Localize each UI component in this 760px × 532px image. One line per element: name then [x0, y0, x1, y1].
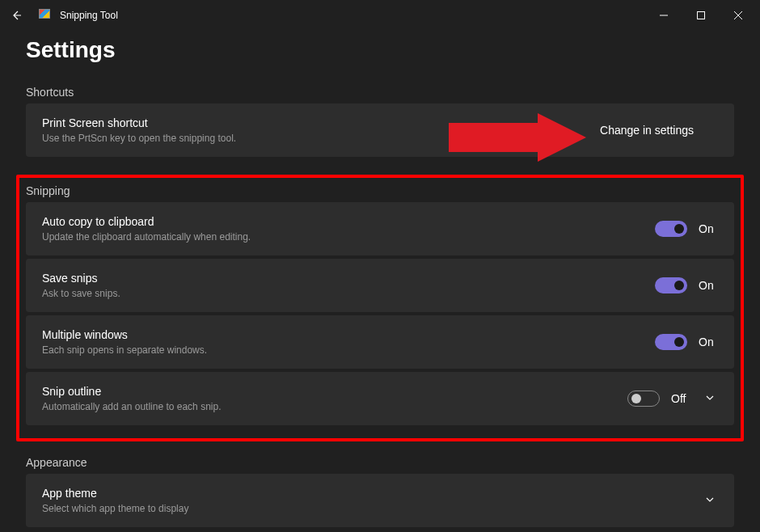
minimize-button[interactable] — [645, 2, 682, 28]
shortcuts-section-label: Shortcuts — [26, 86, 734, 99]
setting-action: On — [655, 221, 718, 237]
toggle-knob — [674, 224, 684, 234]
expand-button[interactable] — [702, 389, 718, 408]
arrow-left-icon — [10, 9, 23, 22]
expand-button[interactable] — [702, 491, 718, 510]
content-area: Settings Shortcuts Print Screen shortcut… — [0, 31, 760, 527]
setting-action: Change in settings — [600, 124, 718, 137]
multiple-windows-card: Multiple windows Each snip opens in sepa… — [26, 315, 734, 369]
snipping-section-label: Snipping — [26, 184, 734, 197]
toggle-state-label: On — [699, 279, 718, 292]
toggle-state-label: Off — [671, 392, 690, 405]
save-snips-toggle[interactable] — [655, 277, 687, 293]
toggle-state-label: On — [699, 336, 718, 348]
setting-title: Save snips — [42, 272, 120, 285]
setting-desc: Use the PrtScn key to open the snipping … — [42, 133, 236, 144]
setting-desc: Select which app theme to display — [42, 503, 188, 514]
setting-text: Multiple windows Each snip opens in sepa… — [42, 328, 207, 356]
setting-text: Auto copy to clipboard Update the clipbo… — [42, 215, 251, 243]
app-icon — [39, 9, 52, 22]
setting-action: On — [655, 277, 718, 293]
toggle-knob — [631, 394, 641, 403]
setting-title: App theme — [42, 487, 188, 500]
setting-action — [702, 491, 718, 510]
maximize-button[interactable] — [682, 2, 720, 28]
maximize-icon — [697, 11, 705, 19]
setting-desc: Ask to save snips. — [42, 288, 120, 299]
titlebar: Snipping Tool — [0, 0, 760, 31]
setting-text: App theme Select which app theme to disp… — [42, 487, 188, 514]
setting-desc: Update the clipboard automatically when … — [42, 231, 251, 243]
setting-title: Auto copy to clipboard — [42, 215, 251, 228]
setting-text: Save snips Ask to save snips. — [42, 272, 120, 299]
save-snips-card: Save snips Ask to save snips. On — [26, 259, 734, 312]
multiple-windows-toggle[interactable] — [655, 334, 687, 350]
toggle-knob — [674, 281, 684, 290]
setting-title: Multiple windows — [42, 328, 207, 341]
app-theme-card[interactable]: App theme Select which app theme to disp… — [26, 474, 734, 527]
setting-title: Print Screen shortcut — [42, 116, 236, 129]
setting-text: Snip outline Automatically add an outlin… — [42, 385, 221, 412]
toggle-knob — [674, 337, 684, 347]
auto-copy-card: Auto copy to clipboard Update the clipbo… — [26, 202, 734, 255]
setting-desc: Each snip opens in separate windows. — [42, 344, 207, 356]
auto-copy-toggle[interactable] — [655, 221, 687, 237]
highlight-annotation-box: Snipping Auto copy to clipboard Update t… — [16, 175, 744, 441]
close-icon — [734, 11, 742, 19]
chevron-down-icon — [705, 393, 715, 403]
setting-desc: Automatically add an outline to each sni… — [42, 401, 221, 412]
snip-outline-toggle[interactable] — [627, 391, 660, 407]
minimize-icon — [660, 11, 668, 19]
chevron-down-icon — [705, 495, 715, 505]
page-title: Settings — [26, 37, 734, 63]
toggle-state-label: On — [699, 222, 718, 235]
app-title: Snipping Tool — [60, 10, 645, 21]
appearance-section-label: Appearance — [26, 456, 734, 469]
svg-rect-1 — [698, 12, 705, 19]
setting-title: Snip outline — [42, 385, 221, 398]
setting-text: Print Screen shortcut Use the PrtScn key… — [42, 116, 236, 144]
close-button[interactable] — [720, 2, 757, 28]
snip-outline-card[interactable]: Snip outline Automatically add an outlin… — [26, 372, 734, 425]
back-button[interactable] — [3, 2, 29, 28]
setting-action: Off — [627, 389, 718, 408]
window-controls — [645, 2, 757, 28]
print-screen-shortcut-card[interactable]: Print Screen shortcut Use the PrtScn key… — [26, 103, 734, 157]
setting-action: On — [655, 334, 718, 350]
change-in-settings-link[interactable]: Change in settings — [600, 124, 718, 137]
